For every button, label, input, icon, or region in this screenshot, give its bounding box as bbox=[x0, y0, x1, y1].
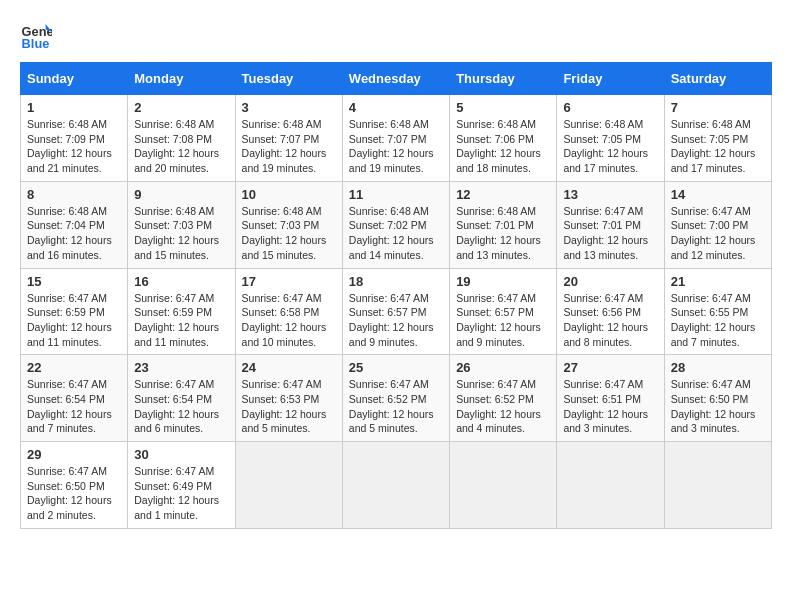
cell-info: Sunrise: 6:47 AMSunset: 6:49 PMDaylight:… bbox=[134, 464, 228, 523]
day-number: 15 bbox=[27, 274, 121, 289]
cell-info: Sunrise: 6:47 AMSunset: 6:55 PMDaylight:… bbox=[671, 291, 765, 350]
cell-info: Sunrise: 6:48 AMSunset: 7:03 PMDaylight:… bbox=[242, 204, 336, 263]
calendar-week-4: 22 Sunrise: 6:47 AMSunset: 6:54 PMDaylig… bbox=[21, 355, 772, 442]
calendar-cell: 8 Sunrise: 6:48 AMSunset: 7:04 PMDayligh… bbox=[21, 181, 128, 268]
day-number: 26 bbox=[456, 360, 550, 375]
header-day-monday: Monday bbox=[128, 63, 235, 95]
day-number: 22 bbox=[27, 360, 121, 375]
cell-info: Sunrise: 6:47 AMSunset: 6:57 PMDaylight:… bbox=[456, 291, 550, 350]
day-number: 3 bbox=[242, 100, 336, 115]
cell-info: Sunrise: 6:47 AMSunset: 6:52 PMDaylight:… bbox=[349, 377, 443, 436]
cell-info: Sunrise: 6:48 AMSunset: 7:07 PMDaylight:… bbox=[242, 117, 336, 176]
header-day-wednesday: Wednesday bbox=[342, 63, 449, 95]
day-number: 11 bbox=[349, 187, 443, 202]
cell-info: Sunrise: 6:47 AMSunset: 6:53 PMDaylight:… bbox=[242, 377, 336, 436]
calendar-cell: 29 Sunrise: 6:47 AMSunset: 6:50 PMDaylig… bbox=[21, 442, 128, 529]
calendar-cell: 10 Sunrise: 6:48 AMSunset: 7:03 PMDaylig… bbox=[235, 181, 342, 268]
cell-info: Sunrise: 6:48 AMSunset: 7:07 PMDaylight:… bbox=[349, 117, 443, 176]
header-day-tuesday: Tuesday bbox=[235, 63, 342, 95]
cell-info: Sunrise: 6:47 AMSunset: 7:01 PMDaylight:… bbox=[563, 204, 657, 263]
calendar-cell bbox=[342, 442, 449, 529]
calendar-cell: 25 Sunrise: 6:47 AMSunset: 6:52 PMDaylig… bbox=[342, 355, 449, 442]
calendar-table: SundayMondayTuesdayWednesdayThursdayFrid… bbox=[20, 62, 772, 529]
day-number: 30 bbox=[134, 447, 228, 462]
logo-icon: General Blue bbox=[20, 20, 52, 52]
day-number: 14 bbox=[671, 187, 765, 202]
calendar-week-1: 1 Sunrise: 6:48 AMSunset: 7:09 PMDayligh… bbox=[21, 95, 772, 182]
day-number: 18 bbox=[349, 274, 443, 289]
calendar-cell: 5 Sunrise: 6:48 AMSunset: 7:06 PMDayligh… bbox=[450, 95, 557, 182]
calendar-cell bbox=[557, 442, 664, 529]
header-day-friday: Friday bbox=[557, 63, 664, 95]
calendar-cell: 24 Sunrise: 6:47 AMSunset: 6:53 PMDaylig… bbox=[235, 355, 342, 442]
calendar-cell: 6 Sunrise: 6:48 AMSunset: 7:05 PMDayligh… bbox=[557, 95, 664, 182]
svg-text:Blue: Blue bbox=[22, 36, 50, 51]
calendar-cell: 16 Sunrise: 6:47 AMSunset: 6:59 PMDaylig… bbox=[128, 268, 235, 355]
day-number: 29 bbox=[27, 447, 121, 462]
header-day-saturday: Saturday bbox=[664, 63, 771, 95]
calendar-cell: 30 Sunrise: 6:47 AMSunset: 6:49 PMDaylig… bbox=[128, 442, 235, 529]
calendar-cell: 26 Sunrise: 6:47 AMSunset: 6:52 PMDaylig… bbox=[450, 355, 557, 442]
cell-info: Sunrise: 6:48 AMSunset: 7:02 PMDaylight:… bbox=[349, 204, 443, 263]
cell-info: Sunrise: 6:48 AMSunset: 7:09 PMDaylight:… bbox=[27, 117, 121, 176]
calendar-cell: 17 Sunrise: 6:47 AMSunset: 6:58 PMDaylig… bbox=[235, 268, 342, 355]
calendar-cell: 1 Sunrise: 6:48 AMSunset: 7:09 PMDayligh… bbox=[21, 95, 128, 182]
cell-info: Sunrise: 6:47 AMSunset: 6:54 PMDaylight:… bbox=[134, 377, 228, 436]
calendar-cell bbox=[664, 442, 771, 529]
cell-info: Sunrise: 6:48 AMSunset: 7:05 PMDaylight:… bbox=[671, 117, 765, 176]
calendar-cell: 14 Sunrise: 6:47 AMSunset: 7:00 PMDaylig… bbox=[664, 181, 771, 268]
day-number: 24 bbox=[242, 360, 336, 375]
cell-info: Sunrise: 6:47 AMSunset: 6:50 PMDaylight:… bbox=[27, 464, 121, 523]
day-number: 12 bbox=[456, 187, 550, 202]
calendar-week-2: 8 Sunrise: 6:48 AMSunset: 7:04 PMDayligh… bbox=[21, 181, 772, 268]
header-day-sunday: Sunday bbox=[21, 63, 128, 95]
calendar-cell: 3 Sunrise: 6:48 AMSunset: 7:07 PMDayligh… bbox=[235, 95, 342, 182]
day-number: 17 bbox=[242, 274, 336, 289]
day-number: 7 bbox=[671, 100, 765, 115]
day-number: 5 bbox=[456, 100, 550, 115]
calendar-cell: 22 Sunrise: 6:47 AMSunset: 6:54 PMDaylig… bbox=[21, 355, 128, 442]
day-number: 1 bbox=[27, 100, 121, 115]
day-number: 4 bbox=[349, 100, 443, 115]
calendar-cell: 28 Sunrise: 6:47 AMSunset: 6:50 PMDaylig… bbox=[664, 355, 771, 442]
calendar-cell: 15 Sunrise: 6:47 AMSunset: 6:59 PMDaylig… bbox=[21, 268, 128, 355]
day-number: 27 bbox=[563, 360, 657, 375]
cell-info: Sunrise: 6:47 AMSunset: 6:51 PMDaylight:… bbox=[563, 377, 657, 436]
day-number: 28 bbox=[671, 360, 765, 375]
cell-info: Sunrise: 6:48 AMSunset: 7:06 PMDaylight:… bbox=[456, 117, 550, 176]
day-number: 10 bbox=[242, 187, 336, 202]
header-day-thursday: Thursday bbox=[450, 63, 557, 95]
cell-info: Sunrise: 6:47 AMSunset: 6:56 PMDaylight:… bbox=[563, 291, 657, 350]
cell-info: Sunrise: 6:48 AMSunset: 7:03 PMDaylight:… bbox=[134, 204, 228, 263]
calendar-week-5: 29 Sunrise: 6:47 AMSunset: 6:50 PMDaylig… bbox=[21, 442, 772, 529]
day-number: 9 bbox=[134, 187, 228, 202]
cell-info: Sunrise: 6:47 AMSunset: 6:54 PMDaylight:… bbox=[27, 377, 121, 436]
cell-info: Sunrise: 6:48 AMSunset: 7:05 PMDaylight:… bbox=[563, 117, 657, 176]
calendar-header-row: SundayMondayTuesdayWednesdayThursdayFrid… bbox=[21, 63, 772, 95]
cell-info: Sunrise: 6:47 AMSunset: 6:50 PMDaylight:… bbox=[671, 377, 765, 436]
calendar-cell: 4 Sunrise: 6:48 AMSunset: 7:07 PMDayligh… bbox=[342, 95, 449, 182]
cell-info: Sunrise: 6:48 AMSunset: 7:01 PMDaylight:… bbox=[456, 204, 550, 263]
calendar-week-3: 15 Sunrise: 6:47 AMSunset: 6:59 PMDaylig… bbox=[21, 268, 772, 355]
day-number: 25 bbox=[349, 360, 443, 375]
calendar-cell: 27 Sunrise: 6:47 AMSunset: 6:51 PMDaylig… bbox=[557, 355, 664, 442]
day-number: 2 bbox=[134, 100, 228, 115]
calendar-cell: 12 Sunrise: 6:48 AMSunset: 7:01 PMDaylig… bbox=[450, 181, 557, 268]
cell-info: Sunrise: 6:47 AMSunset: 6:57 PMDaylight:… bbox=[349, 291, 443, 350]
cell-info: Sunrise: 6:47 AMSunset: 7:00 PMDaylight:… bbox=[671, 204, 765, 263]
calendar-cell bbox=[235, 442, 342, 529]
day-number: 13 bbox=[563, 187, 657, 202]
cell-info: Sunrise: 6:47 AMSunset: 6:52 PMDaylight:… bbox=[456, 377, 550, 436]
cell-info: Sunrise: 6:47 AMSunset: 6:58 PMDaylight:… bbox=[242, 291, 336, 350]
calendar-cell: 21 Sunrise: 6:47 AMSunset: 6:55 PMDaylig… bbox=[664, 268, 771, 355]
day-number: 8 bbox=[27, 187, 121, 202]
calendar-cell: 18 Sunrise: 6:47 AMSunset: 6:57 PMDaylig… bbox=[342, 268, 449, 355]
cell-info: Sunrise: 6:48 AMSunset: 7:04 PMDaylight:… bbox=[27, 204, 121, 263]
calendar-cell: 23 Sunrise: 6:47 AMSunset: 6:54 PMDaylig… bbox=[128, 355, 235, 442]
cell-info: Sunrise: 6:48 AMSunset: 7:08 PMDaylight:… bbox=[134, 117, 228, 176]
calendar-cell: 20 Sunrise: 6:47 AMSunset: 6:56 PMDaylig… bbox=[557, 268, 664, 355]
calendar-cell: 11 Sunrise: 6:48 AMSunset: 7:02 PMDaylig… bbox=[342, 181, 449, 268]
day-number: 16 bbox=[134, 274, 228, 289]
cell-info: Sunrise: 6:47 AMSunset: 6:59 PMDaylight:… bbox=[27, 291, 121, 350]
logo: General Blue bbox=[20, 20, 56, 52]
